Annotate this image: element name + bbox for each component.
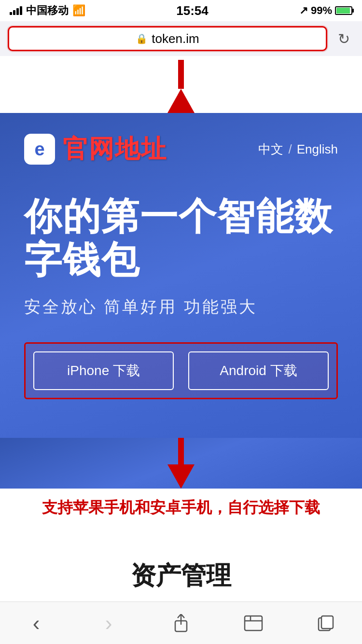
location-icon: ↗	[299, 4, 308, 17]
bookmarks-icon	[244, 615, 263, 631]
time-display: 15:54	[176, 3, 209, 18]
signal-icon	[10, 6, 22, 15]
logo-char: e	[34, 139, 44, 160]
bottom-toolbar: ‹ ›	[0, 602, 362, 644]
url-bar[interactable]: 🔒 token.im	[8, 26, 327, 51]
browser-bar: 🔒 token.im ↻	[0, 21, 362, 56]
battery-icon	[335, 6, 352, 15]
arrow-head	[167, 89, 195, 113]
tabs-button[interactable]	[306, 604, 345, 643]
forward-button[interactable]: ›	[89, 604, 128, 643]
lock-icon: 🔒	[136, 33, 148, 44]
down-arrow-shaft	[178, 438, 184, 464]
android-download-button[interactable]: Android 下载	[188, 351, 329, 390]
carrier-label: 中国移动	[26, 3, 69, 18]
hero-subtitle: 安全放心 简单好用 功能强大	[24, 296, 338, 318]
site-title: 官网地址	[63, 132, 167, 166]
download-buttons-container: iPhone 下载 Android 下载	[24, 342, 338, 399]
iphone-download-button[interactable]: iPhone 下载	[33, 351, 174, 390]
logo-area: e 官网地址	[24, 132, 167, 166]
bookmark-button[interactable]	[234, 604, 273, 643]
download-annotation	[0, 438, 362, 489]
site-header: e 官网地址 中文 / English	[24, 132, 338, 166]
down-arrow-head	[167, 464, 195, 489]
svg-rect-5	[321, 616, 333, 629]
status-bar: 中国移动 📶 15:54 ↗ 99%	[0, 0, 362, 21]
status-right: ↗ 99%	[299, 4, 352, 17]
status-left: 中国移动 📶	[10, 3, 85, 18]
arrow-up-annotation	[0, 56, 362, 113]
forward-icon: ›	[105, 611, 112, 635]
wifi-icon: 📶	[72, 4, 85, 17]
battery-percent: 99%	[311, 4, 332, 17]
logo-icon: e	[24, 134, 55, 165]
arrow-shaft	[178, 60, 184, 89]
language-switcher[interactable]: 中文 / English	[258, 141, 338, 158]
share-icon	[173, 614, 189, 632]
lang-english[interactable]: English	[297, 142, 338, 157]
section-title: 资产管理	[19, 559, 343, 593]
annotation-text: 支持苹果手机和安卓手机，自行选择下载	[0, 489, 362, 530]
url-annotation	[0, 56, 362, 113]
hero-title: 你的第一个智能数字钱包	[24, 195, 338, 281]
main-hero-section: e 官网地址 中文 / English 你的第一个智能数字钱包 安全放心 简单好…	[0, 113, 362, 438]
back-button[interactable]: ‹	[17, 604, 56, 643]
refresh-button[interactable]: ↻	[333, 28, 354, 49]
url-text[interactable]: token.im	[152, 31, 199, 46]
lang-separator: /	[288, 142, 292, 157]
svg-rect-1	[245, 616, 262, 630]
back-icon: ‹	[33, 611, 40, 635]
tabs-icon	[318, 615, 334, 631]
lang-chinese[interactable]: 中文	[258, 141, 283, 158]
share-button[interactable]	[162, 604, 200, 643]
